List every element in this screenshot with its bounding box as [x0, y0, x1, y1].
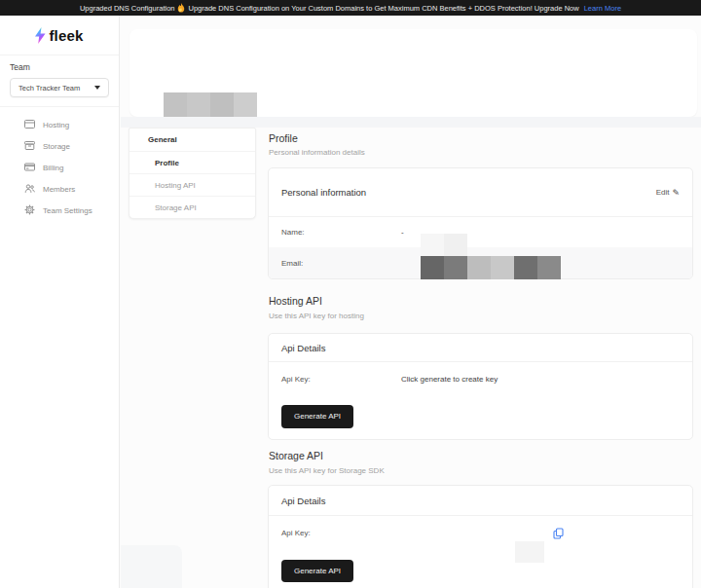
- generate-storage-api-button[interactable]: Generate API: [281, 560, 353, 582]
- copy-icon[interactable]: [553, 528, 564, 539]
- hosting-api-section-subtitle: Use this API key for hosting: [269, 312, 364, 320]
- people-icon: [24, 183, 35, 196]
- team-label: Team: [10, 62, 109, 72]
- card-title: Api Details: [281, 343, 325, 353]
- team-selected-value: Tech Tracker Team: [18, 84, 80, 92]
- chevron-down-icon: [94, 86, 100, 90]
- hosting-api-section-title: Hosting API: [269, 295, 322, 307]
- sidebar-item-team-settings[interactable]: Team Settings: [0, 200, 119, 221]
- sidebar-nav: Hosting Storage Billing: [0, 107, 119, 221]
- flame-icon: [177, 3, 185, 13]
- redacted-block: [421, 234, 467, 256]
- generate-hosting-api-button[interactable]: Generate API: [281, 405, 353, 428]
- sidebar-item-hosting[interactable]: Hosting: [0, 114, 119, 135]
- redacted-block: [515, 541, 544, 563]
- settings-nav: General Profile Hosting API Storage API: [129, 128, 256, 219]
- redacted-email-block: [421, 256, 561, 279]
- card-title: Personal information: [281, 187, 366, 198]
- logo-wordmark: fleek: [49, 27, 83, 44]
- edit-button[interactable]: Edit ✎: [656, 188, 680, 198]
- sidebar-item-label: Team Settings: [43, 206, 92, 215]
- email-label: Email:: [281, 259, 401, 268]
- name-row: Name: -: [269, 217, 692, 247]
- api-key-label: Api Key:: [281, 375, 401, 384]
- storage-api-section-title: Storage API: [269, 450, 323, 461]
- hosting-api-details-card: Api Details Api Key: Click generate to c…: [268, 333, 693, 440]
- storage-api-section-subtitle: Use this API key for Storage SDK: [269, 466, 385, 475]
- settings-nav-profile[interactable]: Profile: [129, 151, 255, 173]
- learn-more-link[interactable]: Learn More: [584, 4, 621, 13]
- edit-label: Edit: [656, 188, 670, 197]
- banner-text-prefix: Upgraded DNS Configuration: [80, 4, 175, 13]
- main-area: General Profile Hosting API Storage API …: [121, 16, 701, 588]
- credit-card-icon: [24, 162, 35, 174]
- banner-text-main: Upgrade DNS Configuration on Your Custom…: [188, 4, 578, 13]
- settings-nav-storage-api[interactable]: Storage API: [129, 196, 255, 218]
- section-divider-band: [121, 117, 701, 128]
- sidebar-item-members[interactable]: Members: [0, 178, 119, 200]
- name-label: Name:: [281, 228, 401, 237]
- sidebar-item-label: Billing: [43, 164, 63, 172]
- sidebar-item-label: Storage: [43, 142, 70, 151]
- storage-api-key-row: Api Key:: [269, 516, 692, 549]
- team-overview-card: [129, 29, 697, 117]
- lightning-bolt-icon: [35, 27, 46, 44]
- settings-nav-hosting-api[interactable]: Hosting API: [129, 173, 255, 196]
- team-selector[interactable]: Tech Tracker Team: [10, 78, 109, 97]
- api-key-label: Api Key:: [281, 529, 401, 537]
- archive-icon: [24, 140, 35, 153]
- profile-section-subtitle: Personal information details: [269, 148, 365, 157]
- card-title: Api Details: [281, 496, 325, 506]
- settings-nav-general[interactable]: General: [129, 129, 255, 151]
- browser-window-icon: [24, 119, 35, 131]
- sidebar-item-billing[interactable]: Billing: [0, 157, 119, 178]
- api-key-value: Click generate to create key: [401, 375, 498, 384]
- announcement-banner: Upgraded DNS Configuration Upgrade DNS C…: [0, 0, 701, 16]
- settings-content: Profile Personal information details Per…: [268, 128, 693, 588]
- sidebar-item-label: Hosting: [43, 121, 69, 129]
- profile-section-title: Profile: [269, 132, 298, 144]
- team-block: Team Tech Tracker Team: [0, 55, 119, 107]
- fleek-logo[interactable]: fleek: [0, 16, 119, 55]
- redacted-block: [164, 92, 257, 117]
- sidebar: fleek Team Tech Tracker Team Hosting Sto…: [0, 16, 120, 588]
- hosting-api-key-row: Api Key: Click generate to create key: [269, 362, 692, 395]
- sidebar-item-label: Members: [43, 185, 75, 194]
- name-value: -: [401, 228, 404, 237]
- blurred-artifact: [121, 545, 182, 588]
- gear-icon: [24, 204, 35, 217]
- storage-api-details-card: Api Details Api Key: Generate API: [268, 485, 693, 588]
- sidebar-item-storage[interactable]: Storage: [0, 135, 119, 157]
- pencil-icon: ✎: [672, 188, 680, 198]
